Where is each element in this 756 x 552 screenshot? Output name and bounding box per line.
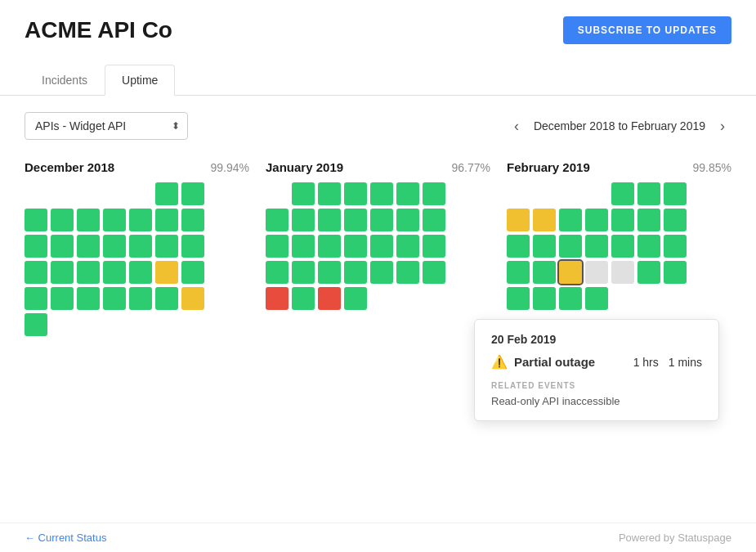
calendar-cell[interactable] [664,182,687,205]
calendar-cell[interactable] [611,209,634,231]
calendar-cell[interactable] [559,287,582,310]
tab-incidents[interactable]: Incidents [25,65,105,96]
calendar-cell[interactable] [344,261,367,284]
calendar-cell[interactable] [25,287,47,310]
calendar-cell[interactable] [77,261,100,284]
calendar-cell[interactable] [344,182,367,205]
next-button[interactable]: › [714,114,731,138]
calendar-cell[interactable] [318,287,341,310]
calendar-cell[interactable] [637,261,660,284]
calendar-cell[interactable] [533,209,556,231]
calendar-cell[interactable] [155,287,178,310]
calendar-cell[interactable] [103,261,126,284]
calendar-cell[interactable] [423,209,445,231]
calendar-cell[interactable] [559,235,582,258]
tab-uptime[interactable]: Uptime [105,65,175,96]
calendar-cell[interactable] [51,209,74,231]
calendar-cell[interactable] [292,235,315,258]
calendar-cell[interactable] [318,209,341,231]
calendar-cell[interactable] [507,261,530,284]
calendar-cell[interactable] [637,182,660,205]
calendar-cell[interactable] [155,209,178,231]
calendar-cell[interactable] [370,261,393,284]
tooltip-mins: 1 mins [669,356,702,369]
calendar-cell[interactable] [292,182,315,205]
calendar-cell[interactable] [664,235,687,258]
calendar-cell[interactable] [129,235,152,258]
calendar-cell[interactable] [533,235,556,258]
calendar-cell[interactable] [533,287,556,310]
calendar-cell[interactable] [155,261,178,284]
calendar-cell[interactable] [344,235,367,258]
calendar-cell[interactable] [155,235,178,258]
calendar-cell[interactable] [611,182,634,205]
calendar-cell[interactable] [396,209,419,231]
calendar-cell[interactable] [51,261,74,284]
calendar-cell[interactable] [344,287,367,310]
calendar-cell[interactable] [292,261,315,284]
subscribe-button[interactable]: SUBSCRIBE TO UPDATES [563,16,731,44]
calendar-cell[interactable] [181,209,204,231]
calendar-cell[interactable] [181,182,204,205]
calendar-cell[interactable] [25,209,47,231]
calendar-cell[interactable] [155,182,178,205]
calendar-cell[interactable] [423,182,445,205]
calendar-cell[interactable] [559,209,582,231]
calendar-cell[interactable] [370,182,393,205]
calendar-cell[interactable] [25,313,47,336]
calendar-cell[interactable] [103,209,126,231]
api-dropdown[interactable]: APIs - Widget API [25,112,188,140]
calendar-cell[interactable] [77,209,100,231]
calendar-cell[interactable] [396,182,419,205]
calendar-cell[interactable] [77,235,100,258]
calendar-cell[interactable] [266,287,289,310]
calendar-cell[interactable] [585,209,608,231]
calendar-cell[interactable] [370,235,393,258]
calendar-cell[interactable] [51,235,74,258]
calendar-cell[interactable] [25,261,47,284]
calendar-cell[interactable] [585,235,608,258]
calendar-cell[interactable] [103,287,126,310]
calendar-cell[interactable] [266,261,289,284]
calendar-cell[interactable] [292,287,315,310]
calendar-cell[interactable] [507,235,530,258]
calendar-cell[interactable] [507,209,530,231]
calendar-cell[interactable] [585,261,608,284]
calendar-cell[interactable] [129,209,152,231]
calendar-cell[interactable] [396,235,419,258]
calendar-cell[interactable] [181,235,204,258]
calendar-cell[interactable] [611,261,634,284]
calendar-uptime-february: 99.85% [693,161,731,174]
calendar-cell[interactable] [266,235,289,258]
calendar-cell[interactable] [370,209,393,231]
calendar-cell[interactable] [292,209,315,231]
calendar-cell[interactable] [181,287,204,310]
calendar-cell[interactable] [51,287,74,310]
calendar-cell[interactable] [266,209,289,231]
calendar-cell[interactable] [25,235,47,258]
calendar-cell[interactable] [423,261,445,284]
calendar-cell[interactable] [559,261,582,284]
calendar-cell[interactable] [318,261,341,284]
calendar-cell[interactable] [637,235,660,258]
calendar-cell[interactable] [664,261,687,284]
calendar-cell[interactable] [507,287,530,310]
calendar-cell[interactable] [533,261,556,284]
calendar-cell[interactable] [103,235,126,258]
calendar-cell[interactable] [318,235,341,258]
calendar-cell[interactable] [423,235,445,258]
calendar-cell[interactable] [396,261,419,284]
calendar-cell[interactable] [664,209,687,231]
calendar-cell[interactable] [637,209,660,231]
prev-button[interactable]: ‹ [508,114,526,138]
calendar-cell[interactable] [129,261,152,284]
calendar-cell[interactable] [129,287,152,310]
calendar-cell[interactable] [318,182,341,205]
calendar-cell[interactable] [181,261,204,284]
calendar-cell[interactable] [344,209,367,231]
calendar-cell[interactable] [611,235,634,258]
current-status-link[interactable]: ← Current Status [25,532,106,544]
calendar-cell[interactable] [585,287,608,310]
calendar-cell[interactable] [77,287,100,310]
powered-by: Powered by Statuspage [619,532,731,544]
